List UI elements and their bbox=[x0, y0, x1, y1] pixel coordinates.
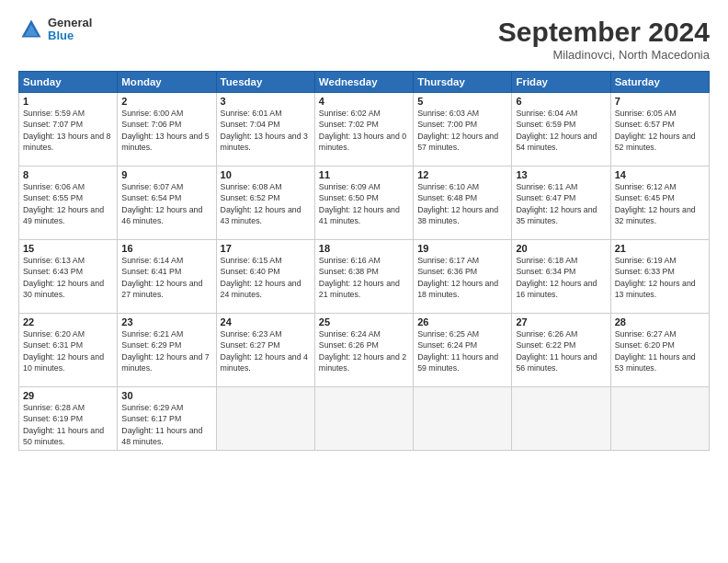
logo-general: General bbox=[48, 17, 92, 29]
day-cell: 4 Sunrise: 6:02 AMSunset: 7:02 PMDayligh… bbox=[314, 93, 413, 167]
day-cell: 28 Sunrise: 6:27 AMSunset: 6:20 PMDaylig… bbox=[610, 314, 709, 387]
day-cell: 7 Sunrise: 6:05 AMSunset: 6:57 PMDayligh… bbox=[610, 93, 709, 167]
day-cell: 18 Sunrise: 6:16 AMSunset: 6:38 PMDaylig… bbox=[314, 240, 413, 314]
col-tuesday: Tuesday bbox=[216, 72, 314, 93]
table-row: 8 Sunrise: 6:06 AMSunset: 6:55 PMDayligh… bbox=[19, 167, 710, 240]
day-cell: 24 Sunrise: 6:23 AMSunset: 6:27 PMDaylig… bbox=[216, 314, 314, 387]
day-cell: 5 Sunrise: 6:03 AMSunset: 7:00 PMDayligh… bbox=[414, 93, 512, 167]
day-cell-empty bbox=[216, 387, 314, 451]
month-title: September 2024 bbox=[498, 17, 710, 48]
day-cell: 11 Sunrise: 6:09 AMSunset: 6:50 PMDaylig… bbox=[314, 167, 413, 240]
day-cell: 15 Sunrise: 6:13 AMSunset: 6:43 PMDaylig… bbox=[19, 240, 118, 314]
day-cell: 27 Sunrise: 6:26 AMSunset: 6:22 PMDaylig… bbox=[512, 314, 610, 387]
day-cell-empty bbox=[512, 387, 610, 451]
day-cell: 22 Sunrise: 6:20 AMSunset: 6:31 PMDaylig… bbox=[19, 314, 118, 387]
table-row: 29 Sunrise: 6:28 AMSunset: 6:19 PMDaylig… bbox=[19, 387, 710, 451]
calendar: Sunday Monday Tuesday Wednesday Thursday… bbox=[18, 71, 710, 451]
day-cell: 16 Sunrise: 6:14 AMSunset: 6:41 PMDaylig… bbox=[118, 240, 216, 314]
col-sunday: Sunday bbox=[19, 72, 118, 93]
day-cell: 10 Sunrise: 6:08 AMSunset: 6:52 PMDaylig… bbox=[216, 167, 314, 240]
day-cell: 17 Sunrise: 6:15 AMSunset: 6:40 PMDaylig… bbox=[216, 240, 314, 314]
day-cell: 26 Sunrise: 6:25 AMSunset: 6:24 PMDaylig… bbox=[414, 314, 512, 387]
day-cell: 13 Sunrise: 6:11 AMSunset: 6:47 PMDaylig… bbox=[512, 167, 610, 240]
day-cell: 2 Sunrise: 6:00 AMSunset: 7:06 PMDayligh… bbox=[118, 93, 216, 167]
logo: General Blue bbox=[18, 17, 92, 43]
day-cell: 19 Sunrise: 6:17 AMSunset: 6:36 PMDaylig… bbox=[414, 240, 512, 314]
day-cell: 25 Sunrise: 6:24 AMSunset: 6:26 PMDaylig… bbox=[314, 314, 413, 387]
day-cell-empty bbox=[610, 387, 709, 451]
header: General Blue September 2024 Miladinovci,… bbox=[18, 17, 710, 62]
day-cell: 20 Sunrise: 6:18 AMSunset: 6:34 PMDaylig… bbox=[512, 240, 610, 314]
day-cell: 8 Sunrise: 6:06 AMSunset: 6:55 PMDayligh… bbox=[19, 167, 118, 240]
table-row: 15 Sunrise: 6:13 AMSunset: 6:43 PMDaylig… bbox=[19, 240, 710, 314]
col-wednesday: Wednesday bbox=[314, 72, 413, 93]
day-cell: 29 Sunrise: 6:28 AMSunset: 6:19 PMDaylig… bbox=[19, 387, 118, 451]
day-cell: 12 Sunrise: 6:10 AMSunset: 6:48 PMDaylig… bbox=[414, 167, 512, 240]
logo-blue: Blue bbox=[48, 29, 92, 42]
table-row: 1 Sunrise: 5:59 AMSunset: 7:07 PMDayligh… bbox=[19, 93, 710, 167]
day-cell-empty bbox=[414, 387, 512, 451]
day-cell: 3 Sunrise: 6:01 AMSunset: 7:04 PMDayligh… bbox=[216, 93, 314, 167]
logo-text: General Blue bbox=[48, 17, 92, 43]
page: General Blue September 2024 Miladinovci,… bbox=[0, 0, 728, 563]
day-cell: 21 Sunrise: 6:19 AMSunset: 6:33 PMDaylig… bbox=[610, 240, 709, 314]
location: Miladinovci, North Macedonia bbox=[498, 48, 710, 62]
col-monday: Monday bbox=[118, 72, 216, 93]
day-cell: 6 Sunrise: 6:04 AMSunset: 6:59 PMDayligh… bbox=[512, 93, 610, 167]
col-thursday: Thursday bbox=[414, 72, 512, 93]
day-cell: 14 Sunrise: 6:12 AMSunset: 6:45 PMDaylig… bbox=[610, 167, 709, 240]
day-cell: 30 Sunrise: 6:29 AMSunset: 6:17 PMDaylig… bbox=[118, 387, 216, 451]
day-cell: 9 Sunrise: 6:07 AMSunset: 6:54 PMDayligh… bbox=[118, 167, 216, 240]
title-block: September 2024 Miladinovci, North Macedo… bbox=[498, 17, 710, 62]
day-cell-empty bbox=[314, 387, 413, 451]
col-saturday: Saturday bbox=[610, 72, 709, 93]
day-cell: 1 Sunrise: 5:59 AMSunset: 7:07 PMDayligh… bbox=[19, 93, 118, 167]
table-row: 22 Sunrise: 6:20 AMSunset: 6:31 PMDaylig… bbox=[19, 314, 710, 387]
day-cell: 23 Sunrise: 6:21 AMSunset: 6:29 PMDaylig… bbox=[118, 314, 216, 387]
logo-icon bbox=[18, 17, 44, 42]
calendar-header-row: Sunday Monday Tuesday Wednesday Thursday… bbox=[19, 72, 710, 93]
col-friday: Friday bbox=[512, 72, 610, 93]
